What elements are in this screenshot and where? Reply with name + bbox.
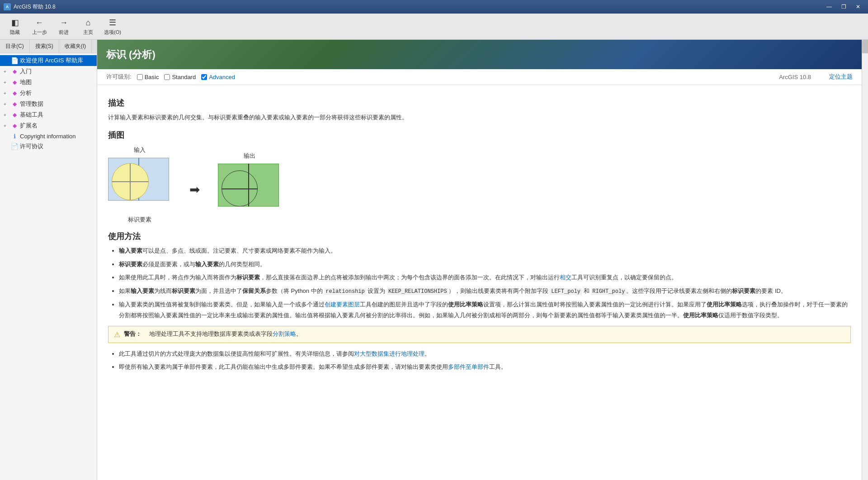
input-illustration: 输入 bbox=[108, 146, 171, 224]
tree-item-copyright[interactable]: ℹ Copyright information bbox=[0, 131, 97, 141]
large-dataset-link[interactable]: 对大型数据集进行地理处理 bbox=[354, 350, 425, 357]
options-label: 选项(O) bbox=[104, 29, 121, 36]
description-title: 描述 bbox=[108, 98, 851, 108]
split-strategy-link[interactable]: 分割策略 bbox=[273, 330, 296, 337]
close-button[interactable]: ✕ bbox=[852, 2, 864, 11]
restore-button[interactable]: ❐ bbox=[837, 2, 850, 11]
usage-text-2: 标识要素必须是面要素，或与输入要素的几何类型相同。 bbox=[119, 261, 266, 268]
usage-list: 输入要素可以是点、多点、线或面。注记要素、尺寸要素或网络要素不能作为输入。 标识… bbox=[108, 245, 851, 320]
right-scrollbar[interactable] bbox=[862, 40, 868, 480]
advanced-link[interactable]: Advanced bbox=[209, 74, 235, 80]
warning-text: 地理处理工具不支持地理数据库要素类或表字段分割策略。 bbox=[143, 330, 302, 337]
minimize-button[interactable]: — bbox=[823, 2, 835, 11]
create-feature-layer-link[interactable]: 创建要素图层 bbox=[325, 301, 360, 308]
options-icon: ☰ bbox=[107, 17, 118, 28]
tree-item-license[interactable]: 📄 许可协议 bbox=[0, 141, 97, 152]
forward-button[interactable]: → 前进 bbox=[52, 15, 75, 38]
intersect-link[interactable]: 相交 bbox=[560, 274, 571, 281]
window-controls: — ❐ ✕ bbox=[823, 2, 864, 11]
tree-expand-copyright bbox=[4, 134, 9, 139]
input-label: 输入 bbox=[134, 146, 146, 154]
tree-expand-map[interactable]: + bbox=[4, 80, 9, 85]
tree-expand-analysis[interactable]: + bbox=[4, 91, 9, 96]
arcgis-version: ArcGIS 10.8 bbox=[779, 74, 811, 80]
back-icon: ← bbox=[34, 17, 45, 28]
diamond-icon-map: ◆ bbox=[11, 79, 18, 86]
usage-text-1: 输入要素可以是点、多点、线或面。注记要素、尺寸要素或网络要素不能作为输入。 bbox=[119, 247, 336, 254]
options-button[interactable]: ☰ 选项(O) bbox=[101, 15, 124, 38]
tree-label-intro: 入门 bbox=[20, 67, 32, 75]
tree-expand-welcome[interactable] bbox=[4, 58, 9, 63]
tree-item-basics[interactable]: + ◆ 基础工具 bbox=[0, 109, 97, 120]
license-bar: 许可级别: Basic Standard Advanced A bbox=[97, 69, 862, 85]
output-hline bbox=[222, 188, 258, 189]
tree-area: 📄 欢迎使用 ArcGIS 帮助库 + ◆ 入门 + ◆ 地图 + ◆ 分析 bbox=[0, 53, 97, 480]
page-header: 标识 (分析) bbox=[97, 40, 862, 69]
tree-expand-license bbox=[4, 144, 9, 149]
hide-label: 隐藏 bbox=[10, 29, 20, 36]
tab-bookmarks[interactable]: 收藏夹(I) bbox=[59, 40, 92, 53]
locate-topic-link[interactable]: 定位主题 bbox=[829, 73, 853, 81]
usage-item-3: 如果使用此工具时，将点作为输入而将面作为标识要素，那么直接落在面边界上的点将被添… bbox=[119, 272, 851, 282]
window-title: ArcGIS 帮助 10.8 bbox=[14, 3, 56, 11]
hide-button[interactable]: ◧ 隐藏 bbox=[4, 15, 26, 38]
back-button[interactable]: ← 上一步 bbox=[28, 15, 51, 38]
advanced-checkbox[interactable] bbox=[201, 74, 207, 80]
scroll-thumb-top bbox=[862, 40, 868, 53]
usage-list-2: 此工具通过切片的方式处理庞大的数据集以便提高性能和可扩展性。有关详细信息，请参阅… bbox=[108, 348, 851, 372]
tree-label-manage: 管理数据 bbox=[20, 100, 43, 108]
advanced-license-check[interactable]: Advanced bbox=[201, 74, 235, 80]
info-icon: ℹ bbox=[11, 132, 18, 140]
tree-item-map[interactable]: + ◆ 地图 bbox=[0, 77, 97, 88]
hide-icon: ◧ bbox=[9, 17, 20, 28]
title-bar: A ArcGIS 帮助 10.8 — ❐ ✕ bbox=[0, 0, 868, 14]
tab-search[interactable]: 搜索(S) bbox=[30, 40, 59, 53]
illustration-section: 插图 输入 bbox=[108, 130, 851, 224]
tree-label-welcome: 欢迎使用 ArcGIS 帮助库 bbox=[20, 56, 83, 65]
standard-license-check[interactable]: Standard bbox=[164, 74, 196, 80]
tree-item-intro[interactable]: + ◆ 入门 bbox=[0, 66, 97, 77]
license-left: 许可级别: Basic Standard Advanced bbox=[106, 73, 235, 81]
standard-label: Standard bbox=[172, 74, 196, 80]
page-title: 标识 (分析) bbox=[106, 48, 156, 61]
usage-item-2: 标识要素必须是面要素，或与输入要素的几何类型相同。 bbox=[119, 259, 851, 269]
warning-icon: ⚠ bbox=[114, 330, 120, 339]
output-diagram bbox=[218, 164, 281, 218]
license-icon: 📄 bbox=[11, 143, 18, 150]
tree-item-manage[interactable]: + ◆ 管理数据 bbox=[0, 99, 97, 109]
diamond-icon-basics: ◆ bbox=[11, 111, 18, 118]
forward-label: 前进 bbox=[59, 29, 69, 36]
tree-expand-manage[interactable]: + bbox=[4, 102, 9, 107]
tree-label-map: 地图 bbox=[20, 78, 32, 86]
tab-contents[interactable]: 目录(C) bbox=[0, 40, 30, 53]
usage-title: 使用方法 bbox=[108, 231, 851, 242]
app-icon: A bbox=[4, 3, 11, 10]
basic-license-check[interactable]: Basic bbox=[137, 74, 159, 80]
tree-expand-basics[interactable]: + bbox=[4, 113, 9, 118]
home-button[interactable]: ⌂ 主页 bbox=[77, 15, 99, 38]
usage-item-7: 即使所有输入要素均属于单部件要素，此工具仍能在输出中生成多部件要素。如果不希望生… bbox=[119, 362, 851, 372]
usage-item-6: 此工具通过切片的方式处理庞大的数据集以便提高性能和可扩展性。有关详细信息，请参阅… bbox=[119, 348, 851, 359]
diamond-icon-extend: ◆ bbox=[11, 122, 18, 129]
tree-item-welcome[interactable]: 📄 欢迎使用 ArcGIS 帮助库 bbox=[0, 55, 97, 66]
tree-item-extend[interactable]: + ◆ 扩展名 bbox=[0, 120, 97, 131]
tree-label-license: 许可协议 bbox=[20, 142, 43, 151]
main-area: 目录(C) 搜索(S) 收藏夹(I) 📄 欢迎使用 ArcGIS 帮助库 + ◆… bbox=[0, 40, 868, 480]
tree-item-analysis[interactable]: + ◆ 分析 bbox=[0, 88, 97, 99]
basic-checkbox[interactable] bbox=[137, 74, 143, 80]
multipart-link[interactable]: 多部件至单部件 bbox=[448, 363, 489, 370]
illustration-title: 插图 bbox=[108, 130, 851, 141]
content-area[interactable]: 许可级别: Basic Standard Advanced A bbox=[97, 69, 862, 480]
home-label: 主页 bbox=[83, 29, 93, 36]
tree-label-basics: 基础工具 bbox=[20, 111, 43, 119]
output-illustration: 输出 bbox=[218, 152, 281, 218]
basic-label: Basic bbox=[145, 74, 159, 80]
identify-label: 标识要素 bbox=[128, 216, 151, 224]
standard-checkbox[interactable] bbox=[164, 74, 170, 80]
tree-expand-intro[interactable]: + bbox=[4, 69, 9, 74]
back-label: 上一步 bbox=[32, 29, 47, 36]
tree-expand-extend[interactable]: + bbox=[4, 123, 9, 128]
tree-label-extend: 扩展名 bbox=[20, 122, 38, 130]
output-label: 输出 bbox=[244, 152, 255, 160]
tab-bar: 目录(C) 搜索(S) 收藏夹(I) bbox=[0, 40, 97, 53]
